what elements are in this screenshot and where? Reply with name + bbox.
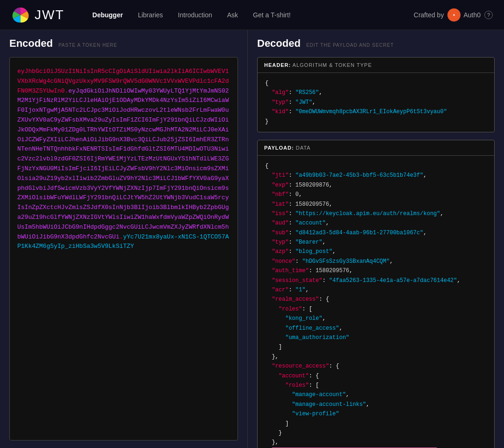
header-label: HEADER: (264, 62, 291, 68)
payload-content: { "jti": "a49b9b03-7ae2-45b3-bbf5-63c5b1… (258, 156, 494, 448)
header-sub: ALGORITHM & TOKEN TYPE (293, 62, 372, 68)
navbar: JWT Debugger Libraries Introduction Ask … (0, 0, 504, 30)
nav-right: Crafted by a Auth0 ? (414, 8, 493, 22)
help-icon[interactable]: ? (484, 11, 493, 19)
payload-section: PAYLOAD: DATA { "jti": "a49b9b03-7ae2-45… (257, 140, 495, 448)
header-content: { "alg": "RS256", "typ": "JWT", "kid": "… (258, 73, 494, 132)
decoded-title: Decoded (257, 37, 301, 50)
nav-libraries[interactable]: Libraries (138, 11, 163, 19)
payload-sub: DATA (296, 145, 311, 151)
token-box[interactable]: eyJhbGciOiJSUzI1NiIsInR5cCIgOiAiSldUIiwi… (9, 57, 238, 441)
decoded-subtitle: EDIT THE PAYLOAD AND SECRET (306, 43, 394, 48)
nav-links: Debugger Libraries Introduction Ask Get … (93, 11, 414, 19)
logo-icon (11, 6, 30, 24)
auth0-badge: a Auth0 (447, 8, 481, 22)
decoded-panel: Decoded EDIT THE PAYLOAD AND SECRET HEAD… (248, 30, 504, 448)
nav-debugger[interactable]: Debugger (93, 11, 123, 19)
nav-ask[interactable]: Ask (227, 11, 238, 19)
logo-text: JWT (35, 7, 65, 22)
encoded-panel: Encoded PASTE A TOKEN HERE eyJhbGciOiJSU… (0, 30, 248, 448)
main-container: Encoded PASTE A TOKEN HERE eyJhbGciOiJSU… (0, 30, 504, 448)
nav-introduction[interactable]: Introduction (178, 11, 212, 19)
crafted-by-text: Crafted by (414, 11, 444, 19)
encoded-subtitle: PASTE A TOKEN HERE (58, 43, 117, 48)
auth0-text: Auth0 (463, 11, 481, 19)
decoded-header: Decoded EDIT THE PAYLOAD AND SECRET (257, 37, 495, 50)
token-payload: eyJqdGkiOiJhNDliOWIwMy03YWUyLTQ1YjMtYmJm… (17, 87, 229, 240)
logo: JWT (11, 6, 65, 24)
payload-section-header: PAYLOAD: DATA (258, 140, 494, 156)
header-section-header: HEADER: ALGORITHM & TOKEN TYPE (258, 58, 494, 73)
header-section: HEADER: ALGORITHM & TOKEN TYPE { "alg": … (257, 57, 495, 132)
payload-label: PAYLOAD: (264, 145, 294, 151)
nav-tshirt[interactable]: Get a T-shirt! (253, 11, 291, 19)
encoded-title: Encoded (9, 37, 53, 50)
auth0-logo: a (447, 8, 461, 22)
encoded-header: Encoded PASTE A TOKEN HERE (9, 37, 238, 50)
